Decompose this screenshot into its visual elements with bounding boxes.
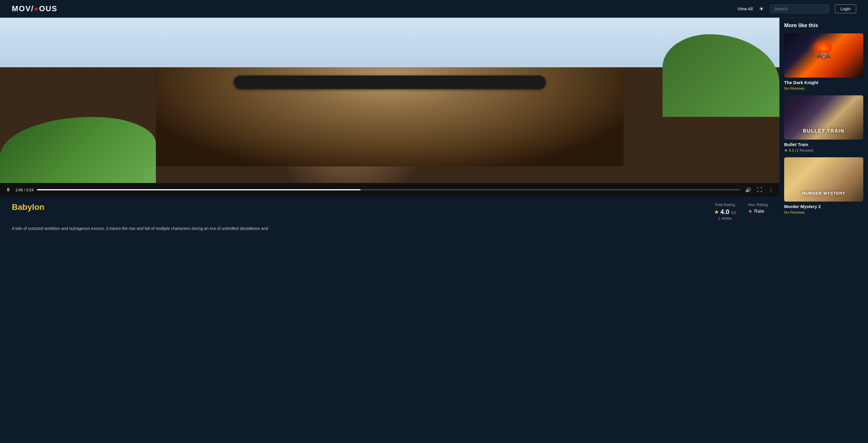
star-rating: ★ 4.0 /10	[714, 208, 736, 216]
logo-dot: ●	[34, 4, 39, 13]
rate-star-icon: ★	[748, 208, 752, 215]
movie-description: A tale of outsized ambition and outrageo…	[12, 225, 768, 232]
murder-mystery-title: Murder Mystery 2	[784, 204, 863, 209]
your-rating: Your Rating ★ Rate	[748, 202, 768, 215]
video-frame	[0, 18, 779, 183]
pause-button[interactable]: ⏸	[5, 186, 12, 194]
logo: MOV/●OUS	[12, 4, 58, 13]
fullscreen-icon: ⛶	[757, 187, 762, 193]
dark-knight-reviews: No Reviews	[784, 86, 863, 91]
dark-knight-thumbnail	[784, 33, 863, 77]
rating-value: 4.0	[720, 208, 730, 216]
movie-card-murder-mystery[interactable]: Murder Mystery 2 No Reviews	[784, 157, 863, 215]
your-rating-label: Your Rating	[748, 202, 768, 207]
progress-fill	[37, 189, 361, 190]
rate-button[interactable]: ★ Rate	[748, 208, 764, 215]
movie-card-dark-knight[interactable]: The Dark Knight No Reviews	[784, 33, 863, 91]
volume-icon: 🔊	[745, 187, 751, 193]
progress-bar[interactable]	[37, 189, 740, 190]
movie-title-section: Babylon Total Rating ★ 4.0 /10 1 review …	[12, 202, 768, 220]
movie-info: Babylon Total Rating ★ 4.0 /10 1 review …	[12, 196, 768, 238]
sidebar: More like this The Dark Knight No Review…	[779, 18, 868, 244]
search-input[interactable]	[770, 4, 829, 13]
star-icon: ★	[714, 209, 719, 216]
content-wrapper: ⏸ 1:06 / 2:24 🔊 ⛶ ⋮	[0, 18, 779, 244]
fullscreen-button[interactable]: ⛶	[756, 186, 764, 194]
main-layout: ⏸ 1:06 / 2:24 🔊 ⛶ ⋮	[0, 18, 868, 244]
total-rating-label: Total Rating	[714, 202, 736, 207]
time-display: 1:06 / 2:24	[16, 188, 33, 192]
foliage-left	[0, 117, 156, 183]
rating-max: /10	[731, 211, 736, 215]
bullet-train-reviews: ★ 8.0 (1 Review)	[784, 148, 863, 153]
logo-text: MOV/●OUS	[12, 4, 58, 13]
dark-knight-title: The Dark Knight	[784, 80, 863, 85]
bullet-train-title: Bullet Train	[784, 142, 863, 147]
sky-bg	[0, 18, 779, 67]
video-controls-bar: ⏸ 1:06 / 2:24 🔊 ⛶ ⋮	[0, 183, 779, 196]
volume-button[interactable]: 🔊	[744, 186, 752, 194]
sun-icon: ☀	[759, 6, 764, 12]
header: MOV/●OUS View All ☀ Login	[0, 0, 868, 18]
murder-mystery-thumbnail	[784, 157, 863, 201]
bullet-train-star-icon: ★	[784, 148, 788, 153]
theme-toggle-button[interactable]: ☀	[759, 5, 764, 12]
login-button[interactable]: Login	[835, 4, 856, 13]
movie-card-bullet-train[interactable]: Bullet Train ★ 8.0 (1 Review)	[784, 95, 863, 153]
video-outer: ⏸ 1:06 / 2:24 🔊 ⛶ ⋮	[0, 18, 779, 196]
pause-icon: ⏸	[6, 187, 11, 192]
rate-label: Rate	[754, 209, 764, 214]
movie-title: Babylon	[12, 202, 44, 212]
total-rating: Total Rating ★ 4.0 /10 1 review	[714, 202, 736, 220]
rating-section: Total Rating ★ 4.0 /10 1 review Your Rat…	[714, 202, 768, 220]
murder-mystery-reviews: No Reviews	[784, 210, 863, 215]
more-icon: ⋮	[768, 187, 774, 193]
header-controls: View All ☀ Login	[737, 4, 856, 13]
more-options-button[interactable]: ⋮	[767, 185, 775, 194]
bullet-train-thumbnail	[784, 95, 863, 139]
bullet-train-rating: 8.0	[789, 148, 794, 153]
bullet-train-review-count: (1 Review)	[795, 148, 813, 153]
review-count: 1 review	[714, 216, 736, 220]
video-container[interactable]	[0, 18, 779, 183]
sidebar-title: More like this	[784, 23, 863, 29]
view-all-button[interactable]: View All	[737, 6, 752, 11]
